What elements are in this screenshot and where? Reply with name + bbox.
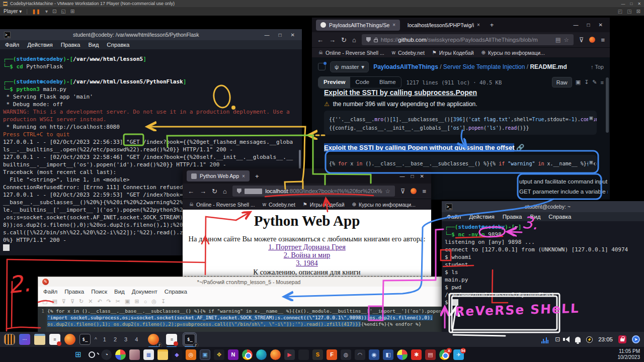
paste-icon[interactable]: ⊞ xyxy=(134,298,139,305)
copy-code-icon[interactable]: ▣ xyxy=(588,158,594,166)
go-to-icon[interactable]: ↧ xyxy=(161,298,166,305)
book-link[interactable]: 3. 1984 xyxy=(183,259,431,267)
pocket-icon[interactable]: ⊽ xyxy=(579,36,584,44)
menu-item[interactable]: Вид xyxy=(114,289,125,295)
vmware-app-icon[interactable]: ▣ xyxy=(200,349,210,360)
menu-item[interactable]: Правка xyxy=(64,289,84,295)
clock[interactable]: 23:05 xyxy=(598,336,613,342)
menu-item[interactable]: Файл xyxy=(43,289,57,295)
open-file-icon[interactable]: ▤ xyxy=(52,298,57,305)
telegram-app-icon[interactable]: ✈54 xyxy=(453,349,464,360)
menu-item[interactable]: Правка xyxy=(503,214,522,220)
tab-preview[interactable]: Preview xyxy=(318,77,350,88)
bookmark-item[interactable]: ⚑ Игры Кодебай xyxy=(432,50,474,56)
back-to-top-link[interactable]: ↑ Top xyxy=(591,64,604,70)
firefox-window-button[interactable]: 2 xyxy=(147,333,160,346)
sublime-app-icon[interactable]: S xyxy=(312,349,323,360)
workspace-switcher[interactable]: 1 2 3 4 xyxy=(103,336,141,342)
close-button[interactable]: ✕ xyxy=(420,173,424,179)
bookmark-item[interactable]: ☠ Online - Reverse Shell ... xyxy=(189,202,255,208)
discord-app-icon[interactable]: ◉ xyxy=(369,349,379,360)
chrome-browser-icon[interactable] xyxy=(242,349,253,360)
copy-raw-icon[interactable]: ▣ xyxy=(576,79,581,85)
branch-selector[interactable]: ψ master ▾ xyxy=(330,61,369,72)
edge-browser-icon[interactable] xyxy=(256,349,267,360)
home-button[interactable]: ⌂ xyxy=(223,188,227,195)
notifications-icon[interactable] xyxy=(575,337,581,342)
page-scrollbar[interactable] xyxy=(606,77,609,133)
menu-item[interactable]: Документ xyxy=(132,289,157,295)
forward-button[interactable]: → xyxy=(200,188,206,195)
app-menu-icon[interactable]: ≡ xyxy=(601,36,605,44)
bookmark-item[interactable]: ⚑ Игры Кодебай xyxy=(303,202,345,208)
mousepad-launcher-icon[interactable]: ≡ xyxy=(49,334,60,345)
panel-expander[interactable]: ^ xyxy=(95,337,97,342)
start-button[interactable]: ⊞ xyxy=(73,349,84,360)
forward-button[interactable]: → xyxy=(329,36,336,44)
reader-mode-icon[interactable]: ▤ xyxy=(555,36,561,43)
save-icon[interactable]: ⊽ xyxy=(62,298,66,305)
close-button[interactable]: ✕ xyxy=(288,32,298,38)
bookmark-star-icon[interactable]: ☆ xyxy=(385,188,390,195)
media-app-icon[interactable]: ▶ xyxy=(284,349,295,360)
vm-close-button[interactable]: ✕ xyxy=(637,2,641,6)
tab-payloadsallthethings[interactable]: PayloadsAllTheThings/Se × xyxy=(316,20,400,31)
kali-menu-icon[interactable] xyxy=(4,334,15,345)
close-tab-icon[interactable]: × xyxy=(477,22,480,28)
editor-text[interactable]: {% for x in ().__class__.__base__.__subc… xyxy=(46,307,450,333)
bookmark-item[interactable]: ⊕ Курсы по информаци... xyxy=(481,50,545,56)
menu-item[interactable]: Правка xyxy=(61,42,80,48)
menu-item[interactable]: Вид xyxy=(530,214,541,220)
windows-clock[interactable]: 11:05 PM 10/2/2023 xyxy=(618,348,644,360)
fl-studio-app-icon[interactable] xyxy=(298,349,309,360)
minimize-button[interactable]: — xyxy=(400,173,405,179)
outline-icon[interactable]: ≡ xyxy=(601,79,604,85)
new-tab-button[interactable]: + xyxy=(253,172,262,180)
bookmark-item[interactable]: ☠ Online - Reverse Shell ... xyxy=(318,50,384,56)
onenote-app-icon[interactable]: N xyxy=(228,349,238,360)
menu-item[interactable]: Вид xyxy=(89,42,99,48)
app-menu-icon[interactable]: ≡ xyxy=(422,188,426,195)
tab-python-web-app[interactable]: Python Web App × xyxy=(187,170,250,182)
extension-icon[interactable] xyxy=(589,37,595,43)
redo-icon[interactable]: ↷ xyxy=(107,298,111,305)
paint-app-icon[interactable] xyxy=(397,349,408,360)
fullscreen-button[interactable]: ◱ xyxy=(61,9,65,14)
heading-subprocess-popen[interactable]: Exploit the SSTI by calling subprocess.P… xyxy=(324,88,477,97)
search-button[interactable] xyxy=(87,349,98,360)
maximize-button[interactable]: □ xyxy=(411,173,414,179)
heading-popen-no-offset[interactable]: Exploit the SSTI by calling Popen withou… xyxy=(324,144,524,151)
chrome-profile-icon[interactable]: A xyxy=(439,349,450,360)
raw-button[interactable]: Raw xyxy=(552,77,572,87)
back-button[interactable]: ← xyxy=(317,36,324,44)
edit-icon[interactable]: ✎ xyxy=(592,79,597,85)
updates-icon[interactable]: ➤ xyxy=(632,335,640,343)
save-as-icon[interactable]: ⊽ xyxy=(70,298,74,305)
bookmark-star-icon[interactable]: ☆ xyxy=(564,36,569,43)
firefox-browser-icon[interactable] xyxy=(270,349,281,360)
timer-app-icon[interactable]: ◎ xyxy=(186,349,196,360)
back-button[interactable]: ← xyxy=(188,188,194,195)
close-tab-icon[interactable]: × xyxy=(392,22,395,28)
photos-app-icon[interactable] xyxy=(129,349,140,360)
tracking-shield-icon[interactable] xyxy=(366,37,371,42)
terminal-window-button[interactable]: $_ 2 xyxy=(183,333,196,346)
power-manager-icon[interactable]: ⚡ xyxy=(586,336,593,343)
dark-app-icon[interactable]: ◍ xyxy=(341,349,351,360)
cpu-graph[interactable] xyxy=(541,335,549,343)
menu-item[interactable]: Файл xyxy=(447,214,461,220)
copy-code-icon[interactable]: ▣ xyxy=(588,114,594,122)
send-ctrl-alt-del-button[interactable]: ⊡ xyxy=(52,9,56,14)
breadcrumb-dir-link[interactable]: Server Side Template Injection xyxy=(443,63,525,70)
tab-blame[interactable]: Blame xyxy=(374,77,401,88)
bookmark-item[interactable]: w Codeby.net xyxy=(263,202,295,208)
terminal-launcher-icon[interactable]: $_ xyxy=(79,334,91,345)
player-menu[interactable]: Player ▾ xyxy=(4,9,22,14)
search-replace-icon[interactable]: ◎ xyxy=(151,298,156,305)
vm-devices-icon[interactable]: ◰ xyxy=(618,9,622,14)
maximize-button[interactable]: □ xyxy=(276,32,285,38)
obsidian-app-icon[interactable]: ◆ xyxy=(172,349,182,360)
editor-area[interactable]: 1 {% for x in ().__class__.__base__.__su… xyxy=(38,307,450,333)
book-link[interactable]: 1. Портрет Дориана Грея xyxy=(183,243,431,251)
breadcrumb-repo-link[interactable]: PayloadsAllTheThings xyxy=(373,63,438,70)
